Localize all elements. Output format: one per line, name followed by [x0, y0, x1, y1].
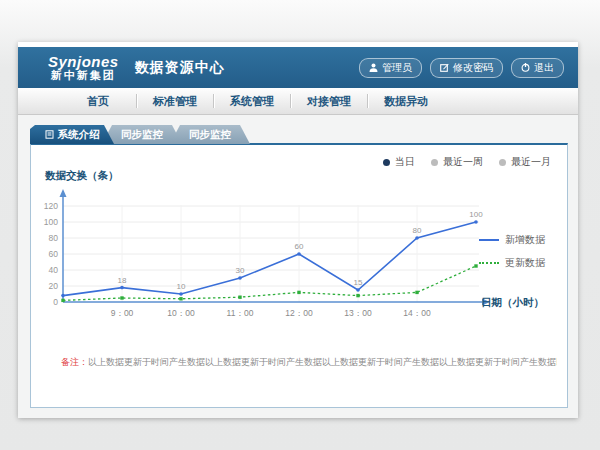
nav-item-home[interactable]: 首页 — [60, 88, 136, 114]
filter-last-week[interactable]: 最近一周 — [431, 155, 483, 169]
svg-text:14：00: 14：00 — [403, 308, 431, 318]
line-chart: 0204060801001209：0010：0011：0012：0013：001… — [37, 187, 497, 321]
filter-last-month[interactable]: 最近一月 — [499, 155, 551, 169]
change-password-button[interactable]: 修改密码 — [430, 58, 503, 78]
svg-text:100: 100 — [469, 210, 483, 219]
svg-text:0: 0 — [53, 297, 58, 307]
legend-line-sample-dotted — [479, 262, 499, 264]
x-axis-label: 日期（小时） — [481, 296, 544, 310]
svg-text:20: 20 — [49, 281, 59, 291]
legend-item-new-data[interactable]: 新增数据 — [479, 233, 557, 247]
filter-label: 当日 — [395, 155, 415, 169]
power-icon — [521, 63, 530, 72]
filter-label: 最近一月 — [511, 155, 551, 169]
svg-text:10: 10 — [177, 282, 186, 291]
svg-text:9：00: 9：00 — [111, 308, 134, 318]
page-title: 数据资源中心 — [135, 59, 225, 77]
svg-text:40: 40 — [49, 265, 59, 275]
nav-item-interface-mgmt[interactable]: 对接管理 — [291, 88, 367, 114]
nav-item-data-change[interactable]: 数据异动 — [368, 88, 444, 114]
top-header: Synjones 新中新集团 数据资源中心 管理员 修改密码 退出 — [18, 47, 578, 88]
svg-text:80: 80 — [49, 233, 59, 243]
svg-text:80: 80 — [413, 226, 422, 235]
svg-text:10：00: 10：00 — [167, 308, 195, 318]
document-icon — [45, 129, 54, 141]
svg-text:30: 30 — [236, 266, 245, 275]
svg-text:15: 15 — [354, 278, 363, 287]
legend-line-sample-solid — [479, 239, 499, 241]
change-password-label: 修改密码 — [453, 61, 493, 75]
logout-label: 退出 — [534, 61, 554, 75]
chart-svg: 0204060801001209：0010：0011：0012：0013：001… — [37, 187, 497, 321]
svg-text:13：00: 13：00 — [344, 308, 372, 318]
app-window: Synjones 新中新集团 数据资源中心 管理员 修改密码 退出 — [18, 42, 578, 418]
svg-text:60: 60 — [49, 249, 59, 259]
footnote-prefix: 备注： — [61, 357, 88, 367]
user-icon — [369, 63, 378, 72]
time-filter-group: 当日 最近一周 最近一月 — [383, 155, 551, 169]
tab-sync-monitor-2[interactable]: 同步监控 — [170, 125, 250, 144]
brand-logo: Synjones 新中新集团 — [48, 54, 119, 81]
svg-text:18: 18 — [118, 276, 127, 285]
svg-text:60: 60 — [295, 242, 304, 251]
tab-sync-monitor-1[interactable]: 同步监控 — [102, 125, 182, 144]
nav-item-system-mgmt[interactable]: 系统管理 — [214, 88, 290, 114]
tab-label: 同步监控 — [121, 128, 163, 142]
content-area: 系统介绍 同步监控 同步监控 当日 最近一周 — [18, 115, 578, 418]
content-panel: 当日 最近一周 最近一月 数据交换（条） 0204060801001209：00… — [30, 143, 568, 408]
footnote: 备注：以上数据更新于时间产生数据以上数据更新于时间产生数据以上数据更新于时间产生… — [61, 356, 557, 369]
filter-label: 最近一周 — [443, 155, 483, 169]
user-button-label: 管理员 — [382, 61, 412, 75]
logout-button[interactable]: 退出 — [511, 58, 564, 78]
tab-label: 同步监控 — [189, 128, 231, 142]
radio-dot — [431, 159, 438, 166]
tab-label: 系统介绍 — [58, 128, 100, 142]
y-axis-label: 数据交换（条） — [45, 169, 119, 183]
main-nav: 首页 标准管理 系统管理 对接管理 数据异动 — [18, 88, 578, 115]
filter-today[interactable]: 当日 — [383, 155, 415, 169]
tab-system-intro[interactable]: 系统介绍 — [30, 125, 114, 144]
legend-item-updated-data[interactable]: 更新数据 — [479, 256, 557, 270]
svg-text:100: 100 — [44, 217, 58, 227]
edit-icon — [440, 63, 449, 72]
nav-item-standard-mgmt[interactable]: 标准管理 — [137, 88, 213, 114]
brand-name: Synjones — [48, 54, 119, 70]
radio-dot — [499, 159, 506, 166]
footnote-text: 以上数据更新于时间产生数据以上数据更新于时间产生数据以上数据更新于时间产生数据以… — [88, 357, 557, 367]
svg-text:11：00: 11：00 — [227, 308, 254, 318]
user-button[interactable]: 管理员 — [359, 58, 422, 78]
legend-label: 更新数据 — [505, 256, 545, 270]
svg-text:120: 120 — [44, 201, 58, 211]
radio-dot — [383, 159, 390, 166]
tab-bar: 系统介绍 同步监控 同步监控 — [30, 125, 250, 144]
header-actions: 管理员 修改密码 退出 — [359, 47, 564, 88]
svg-text:12：00: 12：00 — [285, 308, 313, 318]
series-legend: 新增数据 更新数据 — [479, 233, 557, 279]
legend-label: 新增数据 — [505, 233, 545, 247]
brand-name-cn: 新中新集团 — [48, 70, 119, 82]
